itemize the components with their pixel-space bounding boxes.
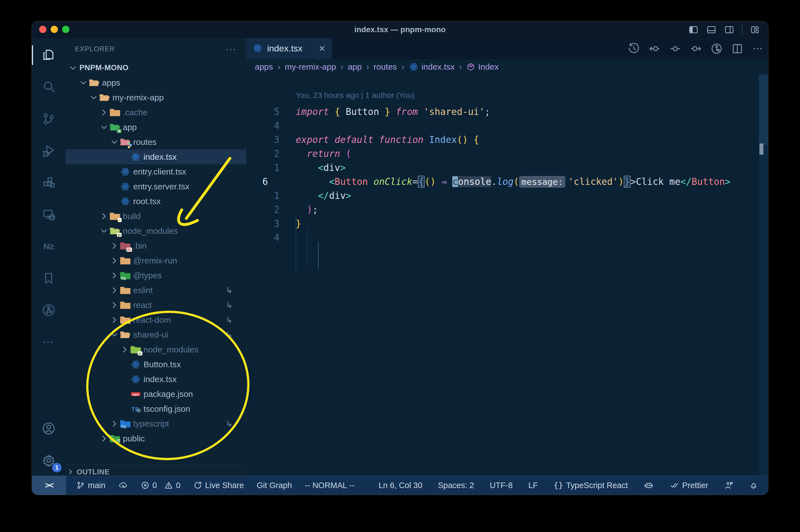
status-eol[interactable]: LF: [527, 476, 539, 495]
tree-item-shared-ui[interactable]: shared-ui↳: [65, 327, 246, 342]
activity-more-views-icon[interactable]: ···: [32, 326, 65, 358]
status-vim-mode[interactable]: -- NORMAL --: [303, 476, 356, 495]
toggle-panel-button[interactable]: [706, 25, 717, 35]
activity-remote-explorer-icon[interactable]: [32, 198, 65, 230]
folder-ts-icon: TS: [119, 419, 132, 429]
activity-nx-console-icon[interactable]: N≥: [32, 230, 65, 262]
tree-item-tsconfig-json[interactable]: TStsconfig.json: [65, 401, 246, 416]
tab-close-icon[interactable]: ✕: [319, 44, 326, 53]
tree-item--remix-run[interactable]: @remix-run: [65, 253, 246, 268]
next-change-icon[interactable]: [690, 42, 702, 55]
activity-run-debug-icon[interactable]: [32, 135, 65, 167]
tree-item-entry-client-tsx[interactable]: entry.client.tsx: [65, 164, 246, 179]
tree-item-app[interactable]: ⚙app: [65, 120, 246, 135]
activity-settings-icon[interactable]: 1: [32, 444, 65, 476]
react-icon: [119, 167, 132, 176]
breadcrumb-index-tsx[interactable]: index.tsx: [409, 62, 455, 72]
tree-item-typescript[interactable]: TStypescript↳: [65, 416, 246, 431]
code-area[interactable]: 5import { Button } from 'shared-ui';43ex…: [246, 104, 768, 245]
toggle-secondary-sidebar-button[interactable]: [724, 25, 735, 35]
status-prettier[interactable]: Prettier: [668, 476, 710, 495]
activity-search-icon[interactable]: [32, 71, 65, 103]
chevron-right-icon: [99, 435, 109, 442]
tree-item-node-modules[interactable]: jsnode_modules: [65, 224, 246, 238]
breadcrumb-index[interactable]: Index: [466, 62, 498, 72]
activity-explorer-icon[interactable]: [32, 39, 65, 71]
scrollbar-thumb[interactable]: [759, 74, 768, 145]
activity-source-control-icon[interactable]: [32, 103, 65, 135]
status-live-share[interactable]: Live Share: [192, 476, 246, 495]
status-cursor-position[interactable]: Ln 6, Col 30: [377, 476, 424, 495]
folder-app-icon: ⚙: [109, 122, 121, 132]
explorer-more-actions[interactable]: ···: [226, 44, 237, 54]
tree-item--bin[interactable]: 01.bin: [65, 238, 246, 253]
status-sync[interactable]: [117, 476, 130, 495]
tree-item-routes[interactable]: routes: [65, 135, 246, 149]
status-encoding[interactable]: UTF-8: [488, 476, 514, 495]
customize-layout-button[interactable]: [750, 25, 760, 35]
code-line[interactable]: 3export default function Index() {: [246, 133, 768, 147]
code-line[interactable]: 1 </div>: [246, 189, 768, 203]
status-label: Prettier: [682, 481, 708, 490]
breadcrumb-routes[interactable]: routes: [374, 62, 397, 72]
status-language-mode[interactable]: {}TypeScript React: [552, 476, 630, 495]
split-editor-icon[interactable]: [731, 42, 743, 55]
code-line[interactable]: 2 return (: [246, 147, 768, 160]
code-line[interactable]: 3}: [246, 216, 768, 230]
tree-item-root-tsx[interactable]: root.tsx: [65, 194, 246, 209]
tree-item-label: @types: [133, 271, 162, 280]
tree-item-index-tsx[interactable]: index.tsx: [65, 149, 246, 164]
code-line[interactable]: 1 <div>: [246, 160, 768, 174]
code-line[interactable]: 4: [246, 119, 768, 133]
status-feedback[interactable]: [722, 476, 735, 495]
status-indentation[interactable]: Spaces: 2: [436, 476, 476, 495]
tree-item--types[interactable]: TS@types: [65, 268, 246, 283]
tree-item-button-tsx[interactable]: Button.tsx: [65, 357, 246, 372]
status-label: 0: [176, 481, 180, 490]
vertical-scrollbar[interactable]: [759, 74, 768, 476]
code-line[interactable]: 6 <Button onClick={() ⇒ console.log(mess…: [246, 174, 768, 189]
breadcrumb-my-remix-app[interactable]: my-remix-app: [285, 62, 336, 72]
tree-item-apps[interactable]: apps: [65, 75, 246, 90]
chevron-right-icon: [110, 301, 119, 309]
open-changes-icon[interactable]: [648, 42, 661, 55]
activity-bookmarks-icon[interactable]: [32, 262, 65, 294]
activity-extensions-icon[interactable]: [32, 167, 65, 198]
tree-item-label: .cache: [123, 108, 147, 117]
activity-gitlens-icon[interactable]: [32, 294, 65, 326]
status-git-branch[interactable]: main: [74, 476, 107, 495]
status-remote-indicator[interactable]: ><: [32, 476, 66, 495]
tree-item-entry-server-tsx[interactable]: entry.server.tsx: [65, 179, 246, 194]
tab-index-tsx[interactable]: index.tsx ✕: [246, 38, 332, 59]
code-line[interactable]: 5import { Button } from 'shared-ui';: [246, 104, 768, 119]
previous-change-icon[interactable]: [669, 42, 681, 55]
breadcrumb-app[interactable]: app: [348, 62, 362, 72]
status-notifications[interactable]: [747, 476, 760, 495]
tree-item-react[interactable]: react↳: [65, 298, 246, 312]
tree-item-eslint[interactable]: eslint↳: [65, 283, 246, 298]
code-line[interactable]: 2 );: [246, 203, 768, 216]
status-errors[interactable]: 0: [139, 476, 158, 495]
tree-item-pnpm-mono[interactable]: PNPM-MONO: [65, 60, 246, 75]
tree-item--cache[interactable]: .cache: [65, 105, 246, 120]
activity-accounts-icon[interactable]: [32, 413, 65, 444]
code-line[interactable]: 4: [246, 230, 768, 245]
tree-item-public[interactable]: public: [65, 431, 246, 446]
tree-item-my-remix-app[interactable]: my-remix-app: [65, 90, 246, 105]
breadcrumb-apps[interactable]: apps: [255, 62, 273, 72]
symlink-icon: ↳: [226, 315, 233, 325]
tree-item-react-dom[interactable]: react-dom↳: [65, 312, 246, 327]
code-text: <div>: [296, 162, 346, 173]
more-actions-icon[interactable]: ···: [752, 42, 764, 55]
status-warnings[interactable]: 0: [163, 476, 182, 495]
git-graph-icon[interactable]: [710, 42, 723, 55]
robot-icon: [644, 480, 654, 490]
tree-item-build[interactable]: ●build: [65, 209, 246, 224]
timeline-icon[interactable]: [628, 42, 640, 55]
toggle-primary-sidebar-button[interactable]: [688, 25, 699, 35]
status-git-graph[interactable]: Git Graph: [255, 476, 294, 495]
tree-item-node-modules[interactable]: jsnode_modules: [65, 342, 246, 357]
tree-item-index-tsx[interactable]: index.tsx: [65, 372, 246, 386]
status-copilot[interactable]: [642, 476, 655, 495]
tree-item-package-json[interactable]: npmpackage.json: [65, 386, 246, 401]
